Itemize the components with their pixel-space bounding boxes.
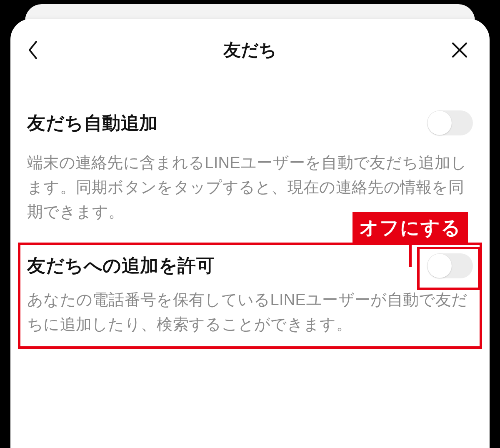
setting-label-auto-add: 友だち自動追加 bbox=[27, 111, 158, 135]
annotation-callout: オフにする bbox=[352, 212, 468, 244]
page-title: 友だち bbox=[223, 38, 277, 62]
setting-label-allow-add: 友だちへの追加を許可 bbox=[27, 253, 215, 278]
settings-sheet: 友だち 友だち自動追加 端末の連絡先に含まれるLINEユーザーを自動で友だち追加… bbox=[10, 19, 490, 448]
toggle-auto-add[interactable] bbox=[427, 110, 473, 135]
close-icon bbox=[450, 41, 469, 59]
content-area: 友だち自動追加 端末の連絡先に含まれるLINEユーザーを自動で友だち追加します。… bbox=[10, 110, 490, 336]
annotation-label: オフにする bbox=[352, 212, 468, 244]
annotation-connector bbox=[409, 244, 412, 267]
back-button[interactable] bbox=[27, 40, 39, 60]
setting-row-allow-add: 友だちへの追加を許可 bbox=[27, 253, 473, 278]
setting-row-auto-add: 友だち自動追加 bbox=[27, 110, 473, 135]
toggle-allow-add[interactable] bbox=[427, 253, 473, 278]
header-bar: 友だち bbox=[10, 19, 490, 81]
setting-section-allow-add: オフにする 友だちへの追加を許可 あなたの電話番号を保有しているLINEユーザー… bbox=[27, 253, 473, 337]
toggle-knob bbox=[428, 111, 452, 135]
toggle-knob bbox=[428, 254, 452, 278]
chevron-left-icon bbox=[27, 40, 39, 60]
close-button[interactable] bbox=[450, 41, 469, 59]
setting-description-allow-add: あなたの電話番号を保有しているLINEユーザーが自動で友だちに追加したり、検索す… bbox=[27, 288, 473, 337]
